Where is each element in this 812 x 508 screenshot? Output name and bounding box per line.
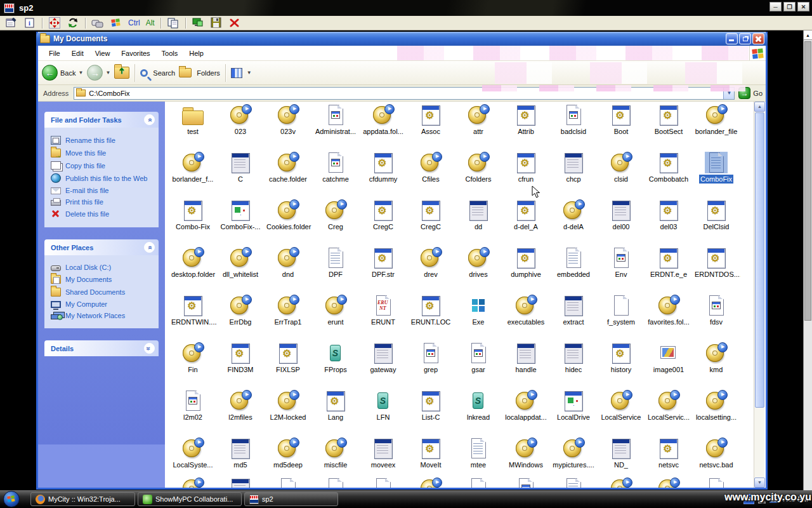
file-item-partial[interactable]	[360, 478, 406, 488]
file-item[interactable]: erunt	[313, 295, 358, 342]
file-item[interactable]: Cfolders	[455, 152, 501, 199]
file-item[interactable]: d-del_A	[503, 199, 549, 247]
file-item[interactable]: SFProps	[313, 342, 358, 390]
send-keys-icon[interactable]	[91, 17, 104, 29]
file-item[interactable]: localappdat...	[503, 390, 549, 438]
refresh-icon[interactable]	[67, 17, 79, 29]
file-item-partial[interactable]	[265, 478, 311, 488]
file-item[interactable]: clsid	[598, 152, 644, 199]
vnc-close-button[interactable]: ✕	[797, 2, 809, 11]
vnc-minimize-button[interactable]: ─	[769, 2, 782, 11]
file-item[interactable]: Combo-Fix	[170, 199, 216, 247]
back-button[interactable]: ← Back ▼	[42, 65, 83, 81]
close-button[interactable]	[752, 33, 764, 44]
connection-options-icon[interactable]	[5, 17, 18, 29]
file-item[interactable]: List-C	[408, 390, 454, 438]
file-item-partial[interactable]	[313, 478, 358, 488]
minimize-button[interactable]	[726, 33, 738, 44]
file-item[interactable]: SLFN	[360, 390, 406, 438]
scroll-up-button[interactable]: ▲	[754, 102, 765, 112]
file-item[interactable]: dumphive	[503, 247, 549, 295]
forward-button[interactable]: → ▼	[87, 65, 110, 81]
file-item[interactable]: dnd	[265, 247, 311, 295]
file-item[interactable]: Cfiles	[408, 152, 454, 199]
file-item[interactable]: ERDNTWIN....	[170, 295, 216, 342]
file-item[interactable]: gateway	[360, 342, 406, 390]
file-item[interactable]: Cookies.folder	[265, 199, 311, 247]
taskpane-item-folder[interactable]: Shared Documents	[51, 286, 155, 298]
file-item-partial[interactable]	[503, 478, 549, 488]
details-header[interactable]: Details »	[44, 340, 159, 356]
file-item[interactable]: ERU NTERUNT	[360, 295, 406, 342]
menu-tools[interactable]: Tools	[156, 47, 184, 60]
file-item[interactable]: grep	[408, 342, 454, 390]
clipboard-transfer-icon[interactable]	[167, 17, 180, 29]
other-places-header[interactable]: Other Places »	[44, 239, 159, 255]
taskpane-item-print[interactable]: Print this file	[51, 196, 155, 208]
file-item[interactable]: borlander_file	[693, 104, 739, 152]
file-item[interactable]: cfrun	[503, 152, 549, 199]
menu-edit[interactable]: Edit	[66, 47, 89, 60]
file-item[interactable]: DPF	[313, 247, 358, 295]
file-item[interactable]: LocalService	[598, 390, 644, 438]
forward-dropdown-icon[interactable]: ▼	[105, 70, 110, 76]
taskpane-item-move[interactable]: Move this file	[51, 147, 155, 159]
file-item[interactable]: appdata.fol...	[360, 104, 406, 152]
menu-view[interactable]: View	[89, 47, 116, 60]
file-item[interactable]: ERDNTDOS....	[693, 247, 739, 295]
taskpane-item-publish[interactable]: Publish this file to the Web	[51, 171, 155, 185]
file-item[interactable]: f_system	[598, 295, 644, 342]
menu-favorites[interactable]: Favorites	[115, 47, 155, 60]
file-item[interactable]: Lang	[313, 390, 358, 438]
file-item[interactable]: attr	[455, 104, 501, 152]
menu-file[interactable]: File	[43, 47, 66, 60]
file-item[interactable]: 023v	[265, 104, 311, 152]
alt-key-button[interactable]: Alt	[146, 18, 155, 27]
folders-button[interactable]: Folders	[179, 68, 220, 77]
file-item[interactable]: BootSect	[646, 104, 691, 152]
views-button[interactable]: ▼	[231, 68, 252, 78]
file-item[interactable]: image001	[646, 342, 691, 390]
file-item[interactable]: extract	[551, 295, 596, 342]
file-item[interactable]: dd	[455, 199, 501, 247]
go-button[interactable]: → Go	[738, 87, 763, 99]
file-item[interactable]: ErrDbg	[218, 295, 263, 342]
save-session-icon[interactable]	[210, 17, 223, 29]
file-item[interactable]: C	[218, 152, 263, 199]
file-item[interactable]: CregC	[360, 199, 406, 247]
windows-key-icon[interactable]	[110, 17, 122, 29]
file-list-scrollbar[interactable]: ▲ ▼	[754, 102, 764, 488]
file-item[interactable]: Combobatch	[646, 152, 691, 199]
restore-button[interactable]	[739, 33, 751, 44]
file-item[interactable]: LocalServic...	[646, 390, 691, 438]
file-item[interactable]: chcp	[551, 152, 596, 199]
file-item[interactable]: Fin	[170, 342, 216, 390]
file-item[interactable]: LocalDrive	[551, 390, 596, 438]
vnc-scroll-up-button[interactable]: ▲	[804, 30, 812, 40]
file-item[interactable]: Creg	[313, 199, 358, 247]
file-item[interactable]: Env	[598, 247, 644, 295]
file-item[interactable]: fdsv	[693, 295, 739, 342]
file-item[interactable]: Assoc	[408, 104, 454, 152]
address-dropdown-button[interactable]: ▼	[723, 88, 734, 99]
file-item[interactable]: borlander_f...	[170, 152, 216, 199]
file-item[interactable]: history	[598, 342, 644, 390]
file-item[interactable]: Slnkread	[455, 390, 501, 438]
file-item[interactable]: ComboFix-...	[218, 199, 263, 247]
file-item[interactable]: handle	[503, 342, 549, 390]
file-item[interactable]: ComboFix	[693, 152, 739, 199]
taskpane-item-network[interactable]: My Network Places	[51, 310, 155, 321]
back-dropdown-icon[interactable]: ▼	[78, 70, 83, 76]
file-item[interactable]: Exe	[455, 295, 501, 342]
file-item[interactable]: dll_whitelist	[218, 247, 263, 295]
start-button[interactable]	[3, 491, 20, 507]
file-item[interactable]: del03	[646, 199, 691, 247]
scrollbar-thumb[interactable]	[755, 112, 764, 408]
file-item[interactable]: drives	[455, 247, 501, 295]
file-item[interactable]: Boot	[598, 104, 644, 152]
file-item[interactable]: desktop.folder	[170, 247, 216, 295]
file-item[interactable]: badclsid	[551, 104, 596, 152]
file-item[interactable]: d-delA	[551, 199, 596, 247]
file-item[interactable]: Attrib	[503, 104, 549, 152]
file-item[interactable]: ERUNT.LOC	[408, 295, 454, 342]
